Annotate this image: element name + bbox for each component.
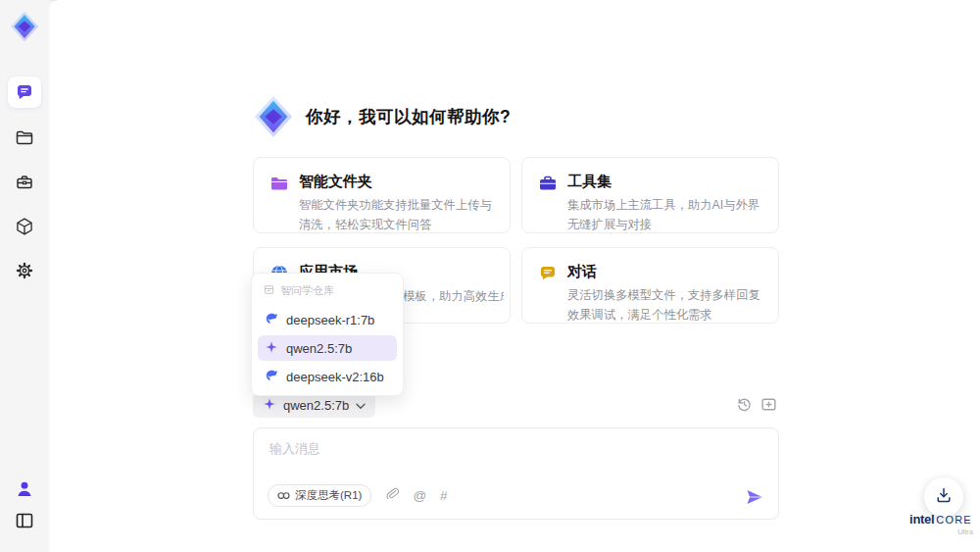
- model-selector-value: qwen2.5:7b: [283, 398, 349, 413]
- card-dialogue[interactable]: 对话 灵活切换多模型文件，支持多样回复效果调试，满足个性化需求: [521, 247, 779, 324]
- folder-icon: [270, 174, 289, 218]
- chat-bubble-icon: [538, 264, 558, 308]
- sidebar-item-models[interactable]: [0, 217, 49, 240]
- sidebar-item-chat[interactable]: [0, 76, 49, 108]
- tier-label: Ultra: [908, 527, 973, 536]
- page-title: 你好，我可以如何帮助你?: [306, 105, 511, 128]
- chevron-down-icon: [356, 398, 366, 413]
- card-description: 智能文件夹功能支持批量文件上传与清洗，轻松实现文件问答: [299, 196, 495, 235]
- card-description-fragment: 本模板，助力高效生成多: [391, 288, 504, 305]
- card-title: 对话: [567, 263, 763, 281]
- sidebar-item-toolset[interactable]: [0, 173, 49, 196]
- download-button[interactable]: [924, 477, 963, 517]
- repository-icon: [264, 284, 274, 297]
- card-description: 灵活切换多模型文件，支持多样回复效果调试，满足个性化需求: [567, 286, 763, 326]
- intel-core-logo: intel CORE Ultra: [908, 512, 973, 536]
- intel-wordmark: intel: [909, 512, 934, 527]
- model-dropdown: 智问学仓库 deepseek-r1:7b qwen2.5:7b deeps: [251, 273, 404, 396]
- card-title: 智能文件夹: [299, 173, 495, 191]
- sidebar: [0, 0, 49, 552]
- sidebar-item-settings[interactable]: [0, 261, 49, 284]
- user-icon: [15, 479, 34, 503]
- model-option-qwen[interactable]: qwen2.5:7b: [258, 335, 397, 361]
- send-icon[interactable]: [745, 487, 764, 507]
- sidebar-item-folders[interactable]: [0, 128, 49, 152]
- deepthink-icon: [277, 490, 290, 502]
- message-input[interactable]: [268, 438, 683, 481]
- card-toolset[interactable]: 工具集 集成市场上主流工具，助力AI与外界无缝扩展与对接: [521, 157, 779, 233]
- greeting-logo: [251, 94, 296, 143]
- toolbox-icon: [15, 173, 34, 196]
- core-wordmark: CORE: [936, 514, 972, 526]
- folder-icon: [15, 128, 34, 152]
- deepseek-icon: [265, 312, 278, 328]
- card-description: 集成市场上主流工具，助力AI与外界无缝扩展与对接: [567, 196, 763, 235]
- sidebar-item-account[interactable]: [0, 479, 49, 503]
- new-window-icon[interactable]: [760, 396, 777, 413]
- sidebar-item-collapse[interactable]: [0, 511, 49, 534]
- at-icon[interactable]: @: [413, 489, 426, 503]
- hash-icon[interactable]: #: [440, 489, 448, 503]
- composer: 深度思考(R1) @ #: [253, 427, 779, 520]
- settings-gear-icon: [15, 261, 34, 284]
- card-title: 工具集: [567, 173, 763, 191]
- model-option-deepseek-r1[interactable]: deepseek-r1:7b: [258, 307, 397, 332]
- briefcase-icon: [538, 174, 558, 218]
- history-icon[interactable]: [736, 396, 753, 413]
- model-option-deepseek-v2[interactable]: deepseek-v2:16b: [258, 364, 397, 389]
- cube-icon: [15, 217, 34, 240]
- qwen-icon: [263, 397, 276, 414]
- deepseek-icon: [265, 369, 278, 385]
- model-dropdown-header: 智问学仓库: [258, 279, 397, 304]
- app-logo: [0, 10, 49, 43]
- paperclip-icon[interactable]: [385, 486, 399, 505]
- deepthink-button[interactable]: 深度思考(R1): [268, 484, 371, 507]
- card-smart-folder[interactable]: 智能文件夹 智能文件夹功能支持批量文件上传与清洗，轻松实现文件问答: [253, 157, 511, 233]
- qwen-icon: [265, 340, 278, 357]
- panel-layout-icon: [15, 511, 34, 534]
- download-icon: [934, 485, 954, 509]
- chat-icon: [8, 76, 41, 108]
